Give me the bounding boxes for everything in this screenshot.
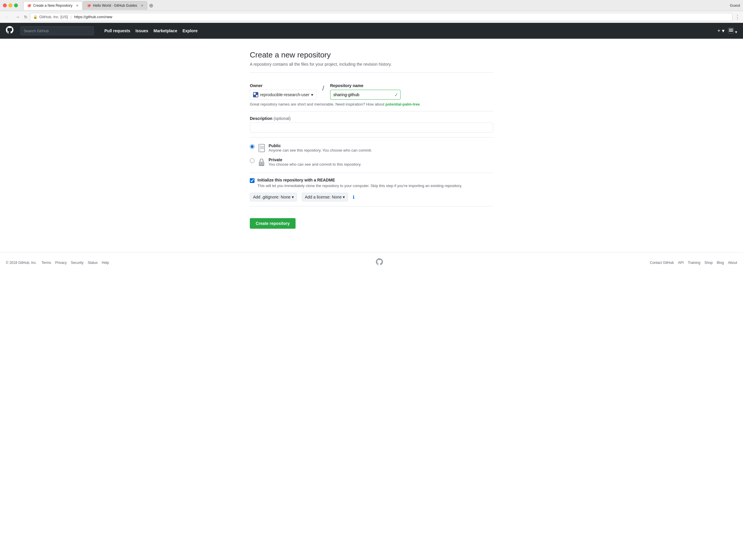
tabs: 🐙 Create a New Repository ✕ 🐙 Hello Worl… — [23, 1, 154, 10]
footer-status[interactable]: Status — [88, 261, 98, 265]
footer-api[interactable]: API — [678, 261, 684, 265]
footer-training[interactable]: Training — [688, 261, 700, 265]
repo-name-label: Repository name — [330, 83, 400, 88]
nav-pull-requests[interactable]: Pull requests — [104, 29, 130, 33]
owner-select[interactable]: reproducible-research-user ▾ — [250, 90, 316, 100]
private-radio[interactable] — [250, 158, 255, 163]
divider-2 — [250, 111, 493, 112]
owner-value: reproducible-research-user — [260, 92, 309, 97]
github-logo[interactable] — [6, 26, 13, 36]
repo-name-input[interactable] — [330, 90, 400, 100]
gitignore-select[interactable]: Add .gitignore: None ▾ — [250, 192, 297, 202]
private-desc: You choose who can see and commit to thi… — [269, 162, 361, 167]
public-icon — [257, 143, 266, 153]
public-label: Public — [269, 143, 372, 148]
new-tab-button[interactable]: ⊕ — [149, 1, 154, 10]
owner-label: Owner — [250, 83, 316, 88]
public-desc: Anyone can see this repository. You choo… — [269, 148, 372, 153]
description-group: Description (optional) — [250, 116, 493, 132]
footer-logo — [376, 258, 383, 267]
tab-hello-world[interactable]: 🐙 Hello World · GitHub Guides ✕ — [83, 1, 147, 10]
guest-label: Guest — [730, 3, 740, 8]
addressbar: ← → ↻ 🔒 GitHub, Inc. [US] | https://gith… — [0, 11, 743, 23]
footer-blog[interactable]: Blog — [717, 261, 724, 265]
tab-label: Hello World · GitHub Guides — [93, 3, 137, 8]
nav-issues[interactable]: Issues — [135, 29, 148, 33]
public-radio[interactable] — [250, 144, 255, 149]
user-menu-button[interactable]: ▾ — [728, 28, 737, 34]
footer-terms[interactable]: Terms — [42, 261, 51, 265]
tab-create-repo[interactable]: 🐙 Create a New Repository ✕ — [23, 1, 82, 10]
copyright: © 2018 GitHub, Inc. — [6, 261, 37, 265]
description-optional: (optional) — [273, 116, 291, 121]
search-placeholder: Search GitHub — [24, 29, 49, 33]
traffic-lights — [3, 3, 18, 7]
divider-4 — [250, 173, 493, 173]
forward-button[interactable]: → — [13, 14, 22, 20]
name-hint: Great repository names are short and mem… — [250, 102, 493, 106]
divider-3 — [250, 137, 493, 137]
url-origin: GitHub, Inc. [US] — [39, 15, 68, 19]
footer-left: © 2018 GitHub, Inc. Terms Privacy Securi… — [6, 261, 109, 265]
maximize-button[interactable] — [14, 3, 18, 7]
description-input[interactable] — [250, 123, 493, 132]
readme-checkbox[interactable] — [250, 178, 255, 183]
owner-dropdown-icon: ▾ — [311, 92, 313, 97]
minimize-button[interactable] — [8, 3, 12, 7]
url-separator: | — [71, 15, 72, 19]
lock-icon: 🔒 — [33, 15, 38, 19]
nav-explore[interactable]: Explore — [182, 29, 197, 33]
name-suggestion-link[interactable]: potential-palm-tree — [385, 102, 420, 106]
license-select[interactable]: Add a license: None ▾ — [302, 192, 348, 202]
github-nav: Search GitHub Pull requests Issues Marke… — [0, 23, 743, 39]
url-bar[interactable]: 🔒 GitHub, Inc. [US] | https://github.com… — [30, 13, 733, 21]
close-button[interactable] — [3, 3, 7, 7]
path-separator: / — [322, 83, 324, 93]
description-label: Description (optional) — [250, 116, 493, 121]
footer-contact[interactable]: Contact GitHub — [650, 261, 674, 265]
footer-about[interactable]: About — [728, 261, 737, 265]
page-subtitle: A repository contains all the files for … — [250, 62, 493, 67]
reload-button[interactable]: ↻ — [24, 15, 28, 19]
back-button[interactable]: ← — [3, 14, 11, 20]
url-path: https://github.com/new — [74, 15, 112, 19]
public-text: Public Anyone can see this repository. Y… — [269, 143, 372, 153]
public-option: Public Anyone can see this repository. Y… — [250, 143, 493, 153]
gitignore-value: None — [280, 195, 290, 199]
visibility-group: Public Anyone can see this repository. Y… — [250, 143, 493, 167]
nav-right: + ▾ ▾ — [717, 28, 737, 34]
new-item-button[interactable]: + ▾ — [717, 28, 725, 34]
gitignore-label: Add .gitignore: — [253, 195, 279, 199]
tab-close-button[interactable]: ✕ — [76, 4, 79, 8]
footer-privacy[interactable]: Privacy — [55, 261, 67, 265]
create-repository-button[interactable]: Create repository — [250, 218, 296, 229]
footer-help[interactable]: Help — [102, 261, 109, 265]
readme-text: Initialize this repository with a README… — [257, 178, 462, 188]
owner-avatar — [253, 92, 258, 97]
name-hint-end: . — [420, 102, 421, 106]
browser-menu-button[interactable]: ⋮ — [735, 14, 740, 20]
readme-option: Initialize this repository with a README… — [250, 178, 493, 188]
nav-marketplace[interactable]: Marketplace — [154, 29, 177, 33]
license-value: None — [332, 195, 342, 199]
tab-close-button[interactable]: ✕ — [141, 4, 143, 8]
nav-links: Pull requests Issues Marketplace Explore — [104, 29, 198, 33]
footer-links-right: Contact GitHub API Training Shop Blog Ab… — [650, 261, 737, 265]
tab-favicon: 🐙 — [87, 3, 91, 8]
svg-rect-1 — [259, 144, 260, 152]
repo-name-wrapper: ✓ — [330, 90, 400, 100]
main-content: Create a new repository A repository con… — [244, 39, 499, 252]
gitignore-arrow: ▾ — [292, 195, 294, 199]
form-section: Owner reproducible-research-user ▾ — [250, 77, 493, 234]
svg-point-7 — [261, 163, 262, 164]
repo-name-group: Repository name ✓ — [330, 83, 400, 100]
valid-checkmark: ✓ — [394, 92, 398, 98]
footer: © 2018 GitHub, Inc. Terms Privacy Securi… — [0, 252, 743, 273]
footer-shop[interactable]: Shop — [705, 261, 713, 265]
license-label: Add a license: — [305, 195, 331, 199]
readme-label: Initialize this repository with a README — [257, 178, 462, 182]
tab-label: Create a New Repository — [33, 3, 73, 8]
footer-security[interactable]: Security — [71, 261, 84, 265]
search-bar[interactable]: Search GitHub — [20, 27, 94, 35]
info-icon[interactable]: ℹ — [353, 195, 354, 200]
